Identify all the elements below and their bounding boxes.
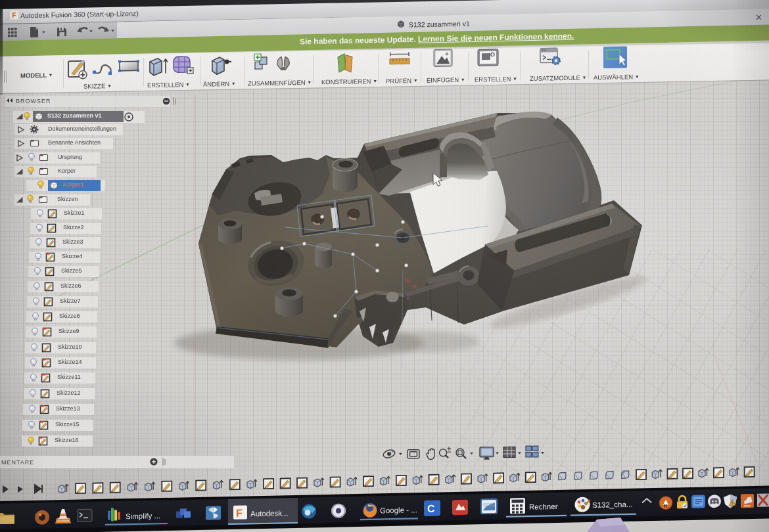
svg-text:S132_cha...: S132_cha... [592, 500, 632, 509]
svg-text:C: C [427, 503, 435, 514]
svg-text:F: F [236, 508, 243, 519]
svg-text:K: K [664, 503, 668, 509]
svg-text:Simplify ...: Simplify ... [126, 512, 160, 520]
svg-text:Rechner: Rechner [529, 502, 558, 511]
svg-text:Google - ...: Google - ... [380, 506, 417, 514]
svg-text:Autodesk...: Autodesk... [250, 509, 289, 518]
